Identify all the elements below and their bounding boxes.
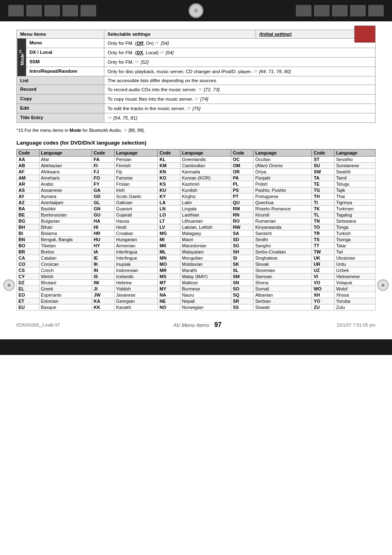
lang-code: MS [158,274,180,280]
seg10 [368,5,384,16]
col-header-selectable: Selectable settings [104,30,256,39]
lang-code: AF [17,169,39,175]
lang-name: Vietnamese [334,274,376,280]
lang-code: AA [17,157,39,163]
lang-name: Tatar [334,243,376,249]
list-item: BGBulgarianHAHausaLTLithuanianRORumanian… [17,218,376,224]
desc-dx: Only for FM. (DX, Local) ☞ [54] [104,48,375,58]
av-menu-text: AV Menu items [173,322,209,328]
lang-code: HY [92,243,115,249]
lang-name: Singhalese [254,255,312,261]
lang-code: TS [312,237,334,243]
menu-item-title: Title Entry [17,113,104,123]
crosshair-icon: ✛ [194,7,198,14]
lang-code: GN [92,206,115,212]
lang-code: TE [312,181,334,187]
lang-name: Maltese [180,280,231,286]
lang-name: Persian [114,157,158,163]
list-item: CYWelshISIcelandicMSMalay (MAY)SMSamoanV… [17,274,376,280]
lang-name: Tamil [334,175,376,181]
lang-code: TH [312,193,334,200]
lang-code: SD [231,237,254,243]
list-item: AAAfarFAPersianKLGreenlandicOCOccitanSTS… [17,157,376,163]
lang-name: Macedonian [180,243,231,249]
lang-name: Xhosa [334,292,376,298]
lang-name: Faroese [114,175,158,181]
lang-code: TL [312,212,334,218]
lang-name: Malay (MAY) [180,274,231,280]
lang-name: Somali [254,286,312,292]
seg5 [81,5,96,16]
list-item: BABashkirGNGuaraniLNLingalaRMRhaeto-Roma… [17,206,376,212]
lang-name: Moldavian [180,261,231,267]
lang-code: IW [92,280,115,286]
list-item: ETEstonianKAGeorgianNENepaliSRSerbianYOY… [17,298,376,304]
lang-code: FO [92,175,115,181]
table-row: SSM Only for FM. ☞ [52] [17,58,376,67]
lang-code: PS [231,187,254,193]
lang-code: KO [158,175,180,181]
lang-code: VO [312,280,334,286]
desc-ssm: Only for FM. ☞ [52] [104,58,375,67]
header-bar: ✛ [0,0,392,21]
table-row: Edit To edit the tracks in the music ser… [17,104,376,113]
lang-code: SG [231,243,254,249]
lang-name: Polish [254,181,312,187]
lang-code: ML [158,249,180,255]
lang-code: SN [231,280,254,286]
lang-name: Uzbek [334,267,376,274]
lang-name: Marathi [180,267,231,274]
language-codes-table: Code Language Code Language Code Languag… [16,149,376,311]
lang-code: KM [158,163,180,169]
lang-code: UR [312,261,334,267]
list-item: AFAfrikaansFJFijiKNKannadaOROriyaSWSwahi… [17,169,376,175]
lang-code: MO [158,261,180,267]
lang-code: KY [158,193,180,200]
list-item: BNBengali, BanglaHUHungarianMIMaoriSDSin… [17,237,376,243]
lang-name: Greenlandic [180,157,231,163]
lang-code: YO [312,298,334,304]
lang-name: Albanian [254,292,312,298]
lang-name: Cambodian [180,163,231,169]
lang-name: Tsonga [334,237,376,243]
lang-code: ZU [312,304,334,311]
lang-code: IS [92,274,115,280]
lang-name: Hungarian [114,237,158,243]
menu-item-intro: Intro/Repeat/Random [26,67,104,76]
lang-code: LT [158,218,180,224]
lang-code: OM [231,163,254,169]
lang-name: Welsh [39,274,92,280]
lang-name: Kirghiz [180,193,231,200]
lang-name: Catalan [39,255,92,261]
lang-code: ET [17,298,39,304]
lang-code: SA [231,230,254,237]
lang-name: Abkhazian [39,163,92,169]
lang-code: AY [17,193,39,200]
lang-code: JI [92,286,115,292]
lang-name: Sundanese [334,163,376,169]
lang-name: Esperanto [39,292,92,298]
page-number: 97 [214,321,221,328]
lang-name: Quechua [254,200,312,206]
lang-name: Sesotho [334,157,376,163]
lang-code: AM [17,175,39,181]
lang-name: Wolof [334,286,376,292]
lang-name: Malagasy [180,230,231,237]
lang-code: SK [231,261,254,267]
footer-bar [0,339,392,355]
lang-code: SU [312,163,334,169]
lang-name: Twi [334,249,376,255]
lang-code: SR [231,298,254,304]
lang-code: AB [17,163,39,169]
lang-name: Malayalam [180,249,231,255]
lang-name: Hebrew [114,280,158,286]
lang-code: AZ [17,200,39,206]
lang-name: Turkish [334,230,376,237]
desc-title: ☞ [54, 75, 81] [104,113,375,123]
lang-code: NO [158,304,180,311]
lang-name: Interlingue [114,255,158,261]
lang-code: SS [231,304,254,311]
lang-name: Telugu [334,181,376,187]
lang-code: MK [158,243,180,249]
list-item: COCorsicanIKInupiakMOMoldavianSKSlovakUR… [17,261,376,267]
